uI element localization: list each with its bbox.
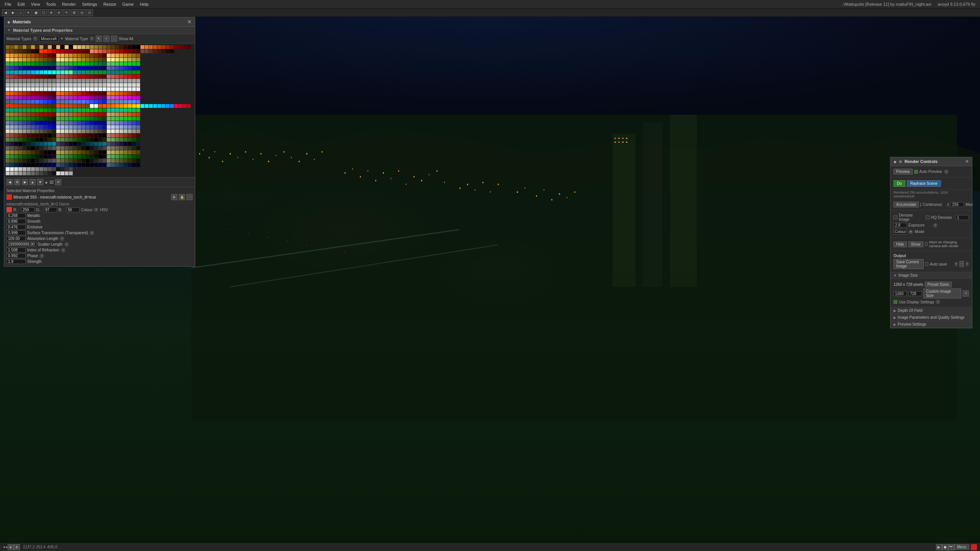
color-cell[interactable] [73, 49, 77, 53]
color-cell[interactable] [136, 138, 140, 142]
color-cell[interactable] [27, 66, 31, 70]
color-cell[interactable] [65, 129, 69, 133]
color-cell[interactable] [98, 150, 102, 154]
color-cell[interactable] [44, 87, 47, 91]
color-cell[interactable] [39, 49, 43, 53]
color-cell[interactable] [23, 121, 26, 125]
color-cell[interactable] [77, 45, 81, 49]
color-cell[interactable] [132, 159, 136, 163]
color-cell[interactable] [119, 155, 123, 158]
accumulate-btn[interactable]: Accumulate [893, 202, 919, 207]
color-cell[interactable] [107, 49, 111, 53]
color-cell[interactable] [86, 138, 90, 142]
color-cell[interactable] [90, 104, 94, 108]
color-cell[interactable] [10, 134, 14, 137]
color-cell[interactable] [103, 91, 106, 95]
color-cell[interactable] [94, 58, 98, 62]
color-cell[interactable] [65, 125, 69, 129]
display-settings-info[interactable]: ? [936, 300, 940, 304]
color-cell[interactable] [111, 54, 115, 57]
color-cell[interactable] [73, 66, 77, 70]
color-cell[interactable] [119, 142, 123, 146]
color-cell[interactable] [94, 66, 98, 70]
color-cell[interactable] [14, 138, 18, 142]
color-cell[interactable] [82, 104, 85, 108]
colour-info[interactable]: ? [94, 207, 98, 212]
color-cell[interactable] [136, 134, 140, 137]
color-cell[interactable] [98, 134, 102, 137]
color-cell[interactable] [136, 49, 140, 53]
color-cell[interactable] [162, 45, 165, 49]
color-cell[interactable] [60, 134, 64, 137]
color-cell[interactable] [103, 66, 106, 70]
color-cell[interactable] [60, 117, 64, 121]
color-cell[interactable] [48, 163, 52, 167]
color-cell[interactable] [35, 87, 39, 91]
color-cell[interactable] [69, 129, 73, 133]
color-cell[interactable] [119, 146, 123, 150]
color-cell[interactable] [94, 146, 98, 150]
color-cell[interactable] [18, 121, 22, 125]
color-cell[interactable] [18, 87, 22, 91]
color-cell[interactable] [48, 159, 52, 163]
color-cell[interactable] [10, 104, 14, 108]
auto-preview-info[interactable]: ? [944, 170, 949, 174]
color-cell[interactable] [69, 163, 73, 167]
color-cell[interactable] [44, 167, 47, 171]
color-cell[interactable] [39, 125, 43, 129]
color-cell[interactable] [35, 104, 39, 108]
color-cell[interactable] [52, 134, 56, 137]
color-cell[interactable] [18, 45, 22, 49]
color-cell[interactable] [86, 75, 90, 78]
color-cell[interactable] [103, 112, 106, 116]
color-cell[interactable] [115, 146, 119, 150]
color-cell[interactable] [103, 150, 106, 154]
b-input[interactable] [66, 207, 80, 212]
color-cell[interactable] [52, 79, 56, 83]
color-cell[interactable] [31, 75, 35, 78]
color-cell[interactable] [10, 159, 14, 163]
color-cell[interactable] [124, 163, 127, 167]
color-cell[interactable] [86, 58, 90, 62]
color-cell[interactable] [107, 121, 111, 125]
color-cell[interactable] [115, 100, 119, 104]
color-cell[interactable] [10, 96, 14, 99]
color-cell[interactable] [44, 112, 47, 116]
color-cell[interactable] [128, 142, 132, 146]
color-cell[interactable] [94, 121, 98, 125]
color-cell[interactable] [60, 138, 64, 142]
color-cell[interactable] [86, 142, 90, 146]
color-cell[interactable] [14, 163, 18, 167]
color-cell[interactable] [56, 58, 60, 62]
color-cell[interactable] [132, 45, 136, 49]
color-cell[interactable] [6, 75, 10, 78]
color-cell[interactable] [86, 159, 90, 163]
color-cell[interactable] [98, 45, 102, 49]
color-cell[interactable] [35, 49, 39, 53]
menu-btn[interactable]: Menu [954, 544, 969, 550]
colour-dropdown[interactable]: Colour [893, 229, 907, 235]
color-cell[interactable] [23, 58, 26, 62]
color-cell[interactable] [111, 96, 115, 99]
color-cell[interactable] [48, 96, 52, 99]
color-cell[interactable] [27, 134, 31, 137]
color-cell[interactable] [73, 134, 77, 137]
color-cell[interactable] [157, 104, 161, 108]
color-cell[interactable] [44, 108, 47, 112]
grid-up[interactable]: ▲ [29, 179, 36, 185]
color-cell[interactable] [124, 79, 127, 83]
color-cell[interactable] [31, 155, 35, 158]
color-cell[interactable] [65, 134, 69, 137]
color-cell[interactable] [111, 121, 115, 125]
color-cell[interactable] [39, 62, 43, 66]
color-cell[interactable] [27, 75, 31, 78]
grid-reset[interactable]: ↺ [55, 179, 61, 185]
color-cell[interactable] [52, 54, 56, 57]
color-cell[interactable] [166, 45, 170, 49]
color-cell[interactable] [115, 163, 119, 167]
color-cell[interactable] [35, 75, 39, 78]
color-cell[interactable] [44, 100, 47, 104]
color-cell[interactable] [73, 121, 77, 125]
color-cell[interactable] [23, 112, 26, 116]
color-cell[interactable] [69, 49, 73, 53]
